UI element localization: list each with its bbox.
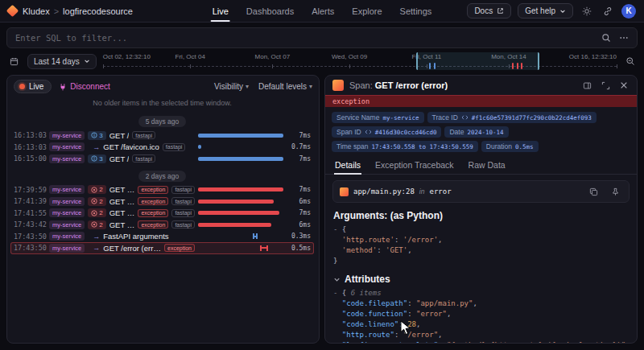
detail-tab-exception-traceback[interactable]: Exception Traceback [374, 159, 454, 174]
attributes-code: - { 6 items "code.filepath": "app/main.p… [333, 288, 629, 344]
trace-row[interactable]: 16:13:03my-service3GET /fastapi7ms [10, 130, 314, 142]
nav-tab-live[interactable]: Live [204, 0, 237, 22]
row-timestamp: 17:39:59 [14, 186, 46, 194]
user-avatar[interactable]: K [621, 4, 636, 19]
chevron-down-icon[interactable] [333, 276, 341, 283]
get-help-button[interactable]: Get help [518, 3, 573, 19]
chip-value: my-service [382, 114, 419, 121]
timeline-event-tick [517, 63, 518, 69]
chevron-down-icon: ▾ [246, 83, 249, 90]
code-line: "code.filepath": "app/main.py", [333, 299, 629, 309]
row-duration: 7ms [290, 186, 311, 193]
child-span-arrow-icon: → [93, 143, 100, 151]
docs-button[interactable]: Docs [467, 3, 511, 19]
chip-value: 2024-10-14 [467, 129, 503, 136]
trace-row[interactable]: 17:41:39my-service2GET /errorexceptionfa… [10, 196, 314, 208]
time-range-button[interactable]: Last 14 days [27, 54, 97, 69]
row-duration: 7ms [290, 209, 311, 216]
timeline-tick-mark [103, 64, 104, 68]
docs-label: Docs [474, 6, 493, 15]
nav-tab-explore[interactable]: Explore [343, 0, 390, 22]
pin-icon[interactable] [608, 184, 622, 199]
theme-toggle-icon[interactable] [580, 4, 594, 19]
timeline-event-tick [512, 63, 514, 69]
share-link-icon[interactable] [601, 4, 615, 19]
breadcrumb-project[interactable]: logfirecodesource [63, 6, 133, 16]
visibility-dropdown[interactable]: Visibility ▾ [214, 82, 249, 91]
duration-track [198, 245, 287, 252]
timeline-event-tick [434, 63, 436, 69]
close-icon[interactable] [618, 80, 630, 91]
duration-track [198, 209, 287, 216]
detail-tab-details[interactable]: Details [334, 159, 361, 174]
nav-tabs: LiveDashboardsAlertsExploreSettings [204, 0, 441, 22]
logfire-logo-icon[interactable] [6, 5, 19, 18]
trace-row[interactable]: 17:41:55my-service2GET /errorexceptionfa… [10, 208, 314, 220]
row-message: GET /error [109, 185, 135, 194]
detail-chip-service-name[interactable]: Service Namemy-service [332, 112, 424, 123]
code-line: "code.lineno": 28, [333, 319, 629, 330]
breadcrumb-org[interactable]: Kludex [23, 6, 50, 16]
timeline-event-tick [521, 63, 522, 69]
stream-filters: Visibility ▾ Default levels ▾ [214, 82, 312, 91]
chip-value: #416d30c0ccd46cd0 [375, 129, 437, 136]
detail-chip-trace-id[interactable]: Trace ID#f1c60e57391d77fc290c0b22cd4ef09… [427, 112, 597, 123]
live-label: Live [29, 82, 43, 91]
tag-exception: exception [164, 244, 195, 252]
tag-exception: exception [138, 197, 168, 205]
source-file[interactable]: app/main.py:28 [353, 187, 415, 196]
trace-row[interactable]: 17:43:50my-service→FastAPI arguments0.3m… [10, 231, 314, 243]
trace-row[interactable]: 17:43:50my-service→GET /error (error)exc… [10, 242, 314, 254]
top-nav: Kludex > logfirecodesource LiveDashboard… [0, 0, 644, 23]
nav-actions: Docs Get help K [467, 3, 636, 19]
duration-track [198, 132, 287, 139]
timeline[interactable]: Oct 02, 12:32:10Fri, Oct 04Mon, Oct 07We… [103, 52, 617, 70]
trace-row[interactable]: 16:13:03my-service→GET /favicon.icofasta… [10, 142, 314, 154]
row-message: GET /favicon.ico [103, 142, 159, 151]
calendar-icon[interactable] [6, 54, 21, 68]
duration-track [198, 155, 287, 163]
detail-chip-time-span[interactable]: Time span17:43:50.558 to 17:43:50.559 [332, 141, 478, 152]
code-line: "logfire.msg_template": "{method} {http.… [333, 340, 629, 344]
nav-tab-settings[interactable]: Settings [391, 0, 441, 22]
duration-track [198, 143, 287, 150]
copy-icon[interactable] [586, 184, 601, 199]
live-button[interactable]: Live [14, 80, 52, 93]
arguments-code: - { 'http.route': '/error', 'method': 'G… [333, 224, 629, 266]
row-timestamp: 17:41:39 [14, 197, 46, 205]
detail-chip-duration[interactable]: Duration0.5ms [481, 141, 539, 152]
service-badge: my-service [49, 244, 85, 253]
more-options-icon[interactable] [619, 33, 629, 43]
row-timestamp: 16:13:03 [14, 131, 46, 139]
detail-chip-span-id[interactable]: Span ID#416d30c0ccd46cd0 [332, 126, 441, 138]
search-icon[interactable] [601, 33, 611, 43]
source-location-row: app/main.py:28 in error [332, 180, 630, 203]
disconnect-button[interactable]: Disconnect [59, 82, 109, 91]
detail-tab-raw-data[interactable]: Raw Data [468, 159, 506, 174]
timeline-tick-mark [190, 64, 191, 68]
visibility-label: Visibility [214, 82, 243, 91]
panel-right-icon[interactable] [581, 80, 592, 91]
timeline-tick-label: Wed, Oct 09 [332, 53, 367, 60]
row-timestamp: 17:43:42 [14, 220, 46, 229]
nav-tab-alerts[interactable]: Alerts [303, 0, 343, 22]
sql-filter-input[interactable] [15, 33, 593, 43]
error-count-badge: 2 [88, 197, 105, 206]
default-levels-dropdown[interactable]: Default levels ▾ [258, 82, 312, 91]
detail-chip-date[interactable]: Date2024-10-14 [444, 126, 508, 138]
zoom-out-icon[interactable] [623, 54, 638, 68]
trace-row[interactable]: 16:15:00my-service3GET /fastapi7ms [10, 153, 314, 165]
arguments-heading: Arguments: (as Python) [325, 203, 637, 224]
main-content: Live Disconnect Visibility ▾ Default lev… [6, 75, 638, 344]
code-brackets-icon [365, 129, 372, 135]
row-duration: 7ms [290, 155, 311, 163]
row-message: GET / [109, 131, 130, 140]
chip-label: Time span [336, 142, 368, 150]
trace-row[interactable]: 17:43:42my-service2GET /errorexceptionfa… [10, 219, 314, 231]
nav-tab-dashboards[interactable]: Dashboards [237, 0, 303, 22]
service-badge: my-service [49, 197, 85, 206]
tag-fastapi: fastapi [132, 131, 155, 139]
expand-icon[interactable] [600, 80, 611, 91]
trace-row[interactable]: 17:39:59my-service2GET /errorexceptionfa… [10, 184, 314, 196]
duration-track [198, 221, 287, 229]
